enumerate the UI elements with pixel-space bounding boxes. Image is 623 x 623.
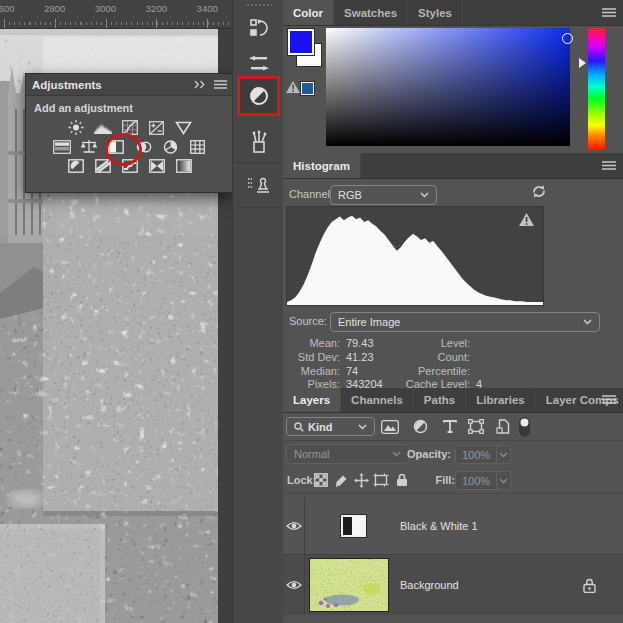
black-white-icon[interactable]: [107, 139, 125, 154]
adjustment-icons-row-3: [26, 158, 233, 173]
layer-name[interactable]: Black & White 1: [400, 520, 478, 532]
photo-filter-icon[interactable]: [134, 139, 152, 154]
history-panel-button[interactable]: [240, 13, 278, 43]
exposure-icon[interactable]: [148, 120, 166, 135]
visibility-toggle[interactable]: [283, 555, 305, 615]
opacity-label: Opacity:: [403, 448, 451, 460]
adjustment-layer-filter-icon[interactable]: [409, 417, 431, 436]
color-panel-menu-icon[interactable]: [602, 8, 616, 17]
visibility-toggle[interactable]: [283, 497, 305, 554]
tab-paths[interactable]: Paths: [414, 388, 466, 412]
tab-styles[interactable]: Styles: [408, 0, 463, 25]
vibrance-icon[interactable]: [175, 120, 193, 135]
invert-icon[interactable]: [67, 158, 85, 173]
adjustment-icons-row-2: [26, 139, 233, 154]
layers-panel: Layers Channels Paths Libraries Layer Co…: [283, 388, 623, 623]
tab-layers[interactable]: Layers: [283, 388, 341, 412]
layer-filter-row: Kind: [283, 414, 623, 441]
fill-value[interactable]: 100%: [455, 471, 511, 490]
lock-row: Lock:: [283, 468, 623, 494]
foreground-color-swatch[interactable]: [288, 29, 314, 55]
curves-icon[interactable]: [121, 120, 139, 135]
adjustments-panel-header: Adjustments: [26, 74, 233, 96]
collapse-to-icons-icon[interactable]: [193, 80, 206, 89]
add-adjustment-label: Add an adjustment: [26, 96, 233, 116]
color-field[interactable]: [326, 28, 570, 146]
brush-settings-panel-button[interactable]: [240, 49, 278, 79]
adjustments-panel: Adjustments Add an adjustment: [25, 73, 234, 193]
layer-name[interactable]: Background: [400, 579, 459, 591]
levels-icon[interactable]: [94, 120, 112, 135]
tab-color[interactable]: Color: [283, 0, 334, 25]
histogram-panel-menu-icon[interactable]: [602, 161, 616, 170]
gamut-color-swatch[interactable]: [301, 82, 314, 95]
threshold-icon[interactable]: [121, 158, 139, 173]
opacity-value[interactable]: 100%: [455, 445, 511, 464]
tab-channels[interactable]: Channels: [341, 388, 414, 412]
lock-artboard-icon[interactable]: [372, 472, 390, 488]
eye-icon: [286, 521, 302, 531]
background-layer-thumbnail[interactable]: [310, 559, 388, 611]
channel-label: Channel:: [289, 188, 333, 200]
adjustment-layer-thumbnail[interactable]: [341, 515, 366, 537]
layer-list: Black & White 1: [283, 495, 623, 623]
shape-layer-filter-icon[interactable]: [465, 417, 487, 436]
channel-mixer-icon[interactable]: [161, 139, 179, 154]
tab-libraries[interactable]: Libraries: [466, 388, 536, 412]
search-icon: [294, 422, 304, 432]
channel-dropdown[interactable]: RGB: [330, 185, 437, 205]
panel-icon-dock: [232, 0, 285, 623]
color-panel-tabbar: Color Swatches Styles: [283, 0, 623, 26]
adjustments-panel-button[interactable]: [247, 84, 271, 108]
hue-slider[interactable]: [588, 28, 605, 150]
tab-swatches[interactable]: Swatches: [334, 0, 408, 25]
adjustments-panel-menu-icon[interactable]: [214, 80, 227, 89]
selective-color-icon[interactable]: [148, 158, 166, 173]
right-panel-column: Color Swatches Styles: [283, 0, 623, 623]
brushes-panel-button[interactable]: [240, 128, 278, 158]
color-lookup-icon[interactable]: [188, 139, 206, 154]
lock-pixels-icon[interactable]: [332, 472, 350, 488]
gamut-warning-icon[interactable]: [286, 81, 300, 93]
photoshop-workspace: 26002800300032003400: [0, 0, 623, 623]
histogram-chart: [286, 206, 544, 306]
histogram-panel-tabbar: Histogram: [283, 153, 623, 179]
layers-panel-menu-icon[interactable]: [602, 395, 616, 404]
blend-mode-dropdown[interactable]: Normal: [286, 444, 409, 464]
fill-label: Fill:: [413, 474, 455, 486]
source-dropdown[interactable]: Entire Image: [330, 312, 600, 332]
hue-saturation-icon[interactable]: [53, 139, 71, 154]
layer-row-black-white[interactable]: Black & White 1: [283, 497, 623, 554]
histogram-panel: Histogram Channel: RGB: [283, 153, 623, 389]
hue-slider-arrow[interactable]: [579, 58, 586, 68]
smart-object-filter-icon[interactable]: [492, 417, 514, 436]
uncached-data-warning-icon[interactable]: [519, 213, 534, 226]
ruler[interactable]: 26002800300032003400: [0, 0, 232, 29]
gradient-map-icon[interactable]: [175, 158, 193, 173]
layer-lock-icon: [583, 578, 596, 593]
dock-grip[interactable]: [246, 3, 272, 7]
eye-icon: [286, 580, 302, 590]
lock-transparency-icon[interactable]: [312, 472, 330, 488]
posterize-icon[interactable]: [94, 158, 112, 173]
source-label: Source:: [289, 315, 327, 327]
adjustments-panel-title: Adjustments: [32, 79, 102, 91]
brightness-contrast-icon[interactable]: [67, 120, 85, 135]
clone-source-panel-button[interactable]: [240, 170, 278, 200]
type-layer-filter-icon[interactable]: [439, 417, 461, 436]
color-panel: Color Swatches Styles: [283, 0, 623, 154]
pixel-layer-filter-icon[interactable]: [379, 417, 401, 436]
histogram-stats-right: Level: Count: Percentile: Cache Level:4: [395, 337, 575, 392]
filter-toggle[interactable]: [517, 417, 531, 436]
adjustment-icons-row-1: [26, 120, 233, 135]
refresh-histogram-icon[interactable]: [531, 184, 547, 199]
layer-row-background[interactable]: Background: [283, 555, 623, 615]
color-balance-icon[interactable]: [80, 139, 98, 154]
adjustments-panel-highlight-box: [237, 76, 280, 116]
blend-row: Normal Opacity: 100%: [283, 442, 623, 467]
tab-histogram[interactable]: Histogram: [283, 153, 361, 178]
filter-kind-dropdown[interactable]: Kind: [286, 417, 375, 436]
color-field-marker: [562, 33, 573, 44]
lock-position-icon[interactable]: [352, 472, 370, 488]
lock-all-icon[interactable]: [393, 472, 411, 488]
